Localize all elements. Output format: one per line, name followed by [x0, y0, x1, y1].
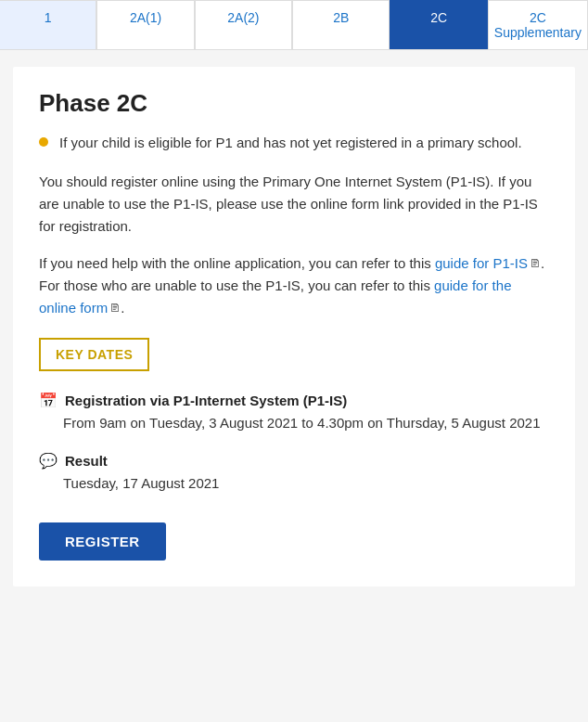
date-section-result-detail: Tuesday, 17 August 2021: [63, 473, 549, 495]
tab-1[interactable]: 1: [0, 0, 96, 49]
para-guide-after: .: [121, 300, 124, 316]
pdf-icon-2: 🖹: [109, 300, 121, 317]
tab-2c[interactable]: 2C: [390, 0, 487, 49]
para-register: You should register online using the Pri…: [39, 171, 549, 238]
guide-p1is-link[interactable]: guide for P1-IS: [435, 255, 528, 271]
pdf-icon-1: 🖹: [530, 255, 541, 273]
bullet-dot-icon: [39, 137, 48, 147]
date-section-result-label: Result: [65, 453, 108, 469]
date-section-registration-title: 📅 Registration via P1-Internet System (P…: [39, 392, 549, 409]
key-dates-button[interactable]: KEY DATES: [39, 338, 149, 371]
list-item: If your child is eligible for P1 and has…: [39, 133, 549, 154]
tab-2c-supplementary[interactable]: 2C Supplementary: [488, 0, 588, 49]
main-content: Phase 2C If your child is eligible for P…: [13, 67, 575, 587]
tab-2b[interactable]: 2B: [292, 0, 390, 49]
phase-title: Phase 2C: [39, 89, 549, 118]
calendar-icon: 📅: [39, 392, 58, 409]
para-register-text: You should register online using the Pri…: [39, 174, 538, 234]
para-guide-before: If you need help with the online applica…: [39, 255, 435, 271]
eligibility-list: If your child is eligible for P1 and has…: [39, 133, 549, 154]
sms-icon: 💬: [39, 452, 58, 470]
tab-bar: 1 2A(1) 2A(2) 2B 2C 2C Supplementary: [0, 0, 588, 50]
register-button[interactable]: REGISTER: [39, 522, 166, 561]
tab-2a1[interactable]: 2A(1): [96, 0, 194, 49]
date-section-result: 💬 Result Tuesday, 17 August 2021: [39, 452, 549, 495]
para-guide: If you need help with the online applica…: [39, 252, 549, 319]
date-section-result-title: 💬 Result: [39, 452, 549, 470]
date-section-registration-detail: From 9am on Tuesday, 3 August 2021 to 4.…: [63, 413, 549, 434]
date-section-registration-label: Registration via P1-Internet System (P1-…: [65, 393, 347, 408]
tab-2a2[interactable]: 2A(2): [195, 0, 292, 49]
date-section-registration: 📅 Registration via P1-Internet System (P…: [39, 392, 549, 434]
list-item-text: If your child is eligible for P1 and has…: [59, 133, 522, 154]
